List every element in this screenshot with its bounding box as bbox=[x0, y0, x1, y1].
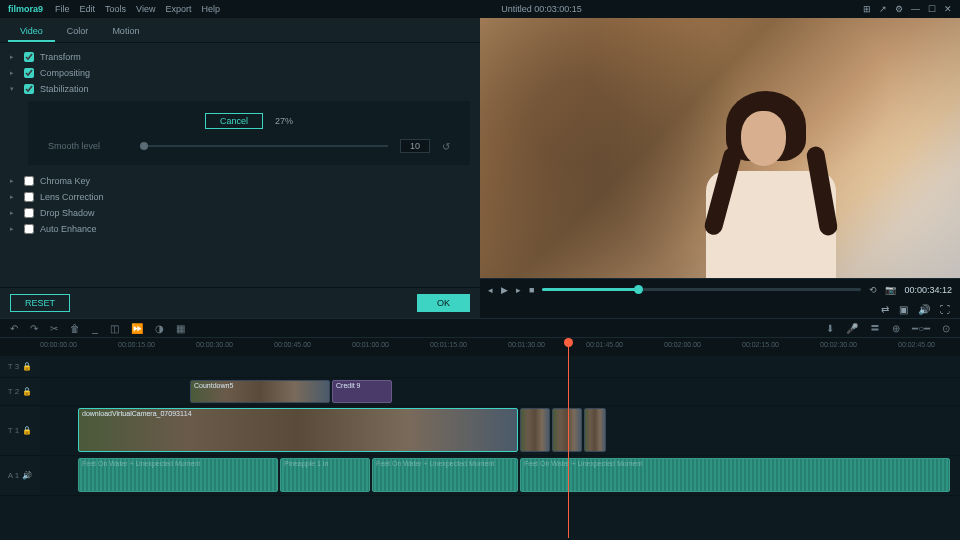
export-icon[interactable]: ↗ bbox=[879, 4, 887, 14]
undo-icon[interactable]: ↶ bbox=[10, 323, 18, 334]
fullscreen-icon[interactable]: ⛶ bbox=[940, 304, 950, 315]
panel-footer: RESET OK bbox=[0, 287, 480, 318]
lens-checkbox[interactable] bbox=[24, 192, 34, 202]
zoom-in-icon[interactable]: ⊙ bbox=[942, 323, 950, 334]
track-head-t3[interactable]: T 3🔒 bbox=[0, 356, 40, 377]
reset-smooth-icon[interactable]: ↺ bbox=[442, 141, 450, 152]
record-icon[interactable]: 🎤 bbox=[846, 323, 858, 334]
clip-video-2[interactable] bbox=[520, 408, 550, 452]
prop-drop-shadow[interactable]: ▸Drop Shadow bbox=[10, 205, 470, 221]
clip-video-3[interactable] bbox=[552, 408, 582, 452]
smooth-value-input[interactable]: 10 bbox=[400, 139, 430, 153]
tab-color[interactable]: Color bbox=[55, 22, 101, 42]
clip-audio-2[interactable]: Pineapple 1 in bbox=[280, 458, 370, 492]
prop-stabilization[interactable]: ▾Stabilization bbox=[10, 81, 470, 97]
next-frame-icon[interactable]: ▸ bbox=[516, 285, 521, 295]
volume-icon[interactable]: 🔊 bbox=[918, 304, 930, 315]
close-icon[interactable]: ✕ bbox=[944, 4, 952, 14]
progress-knob[interactable] bbox=[634, 285, 643, 294]
track-body[interactable] bbox=[40, 356, 960, 377]
clip-video-4[interactable] bbox=[584, 408, 606, 452]
ok-button[interactable]: OK bbox=[417, 294, 470, 312]
transform-checkbox[interactable] bbox=[24, 52, 34, 62]
crop-tool-icon[interactable]: ◫ bbox=[110, 323, 119, 334]
menu-export[interactable]: Export bbox=[165, 4, 191, 14]
quality-icon[interactable]: ⇄ bbox=[881, 304, 889, 315]
prop-compositing[interactable]: ▸Compositing bbox=[10, 65, 470, 81]
layout-icon[interactable]: ⊞ bbox=[863, 4, 871, 14]
loop-icon[interactable]: ⟲ bbox=[869, 285, 877, 295]
track-body[interactable]: Feet On Water + Unexpected Moment Pineap… bbox=[40, 456, 960, 495]
clip-credit[interactable]: Credit 9 bbox=[332, 380, 392, 403]
stop-icon[interactable]: ■ bbox=[529, 285, 534, 295]
minimize-icon[interactable]: — bbox=[911, 4, 920, 14]
delete-icon[interactable]: 🗑 bbox=[70, 323, 80, 334]
menu-file[interactable]: File bbox=[55, 4, 70, 14]
track-body[interactable]: Countdown5 Credit 9 bbox=[40, 378, 960, 405]
time-ruler[interactable]: 00:00:00.00 00:00:15.00 00:00:30.00 00:0… bbox=[0, 338, 960, 356]
ruler-tick: 00:02:45.00 bbox=[898, 341, 935, 348]
menu-view[interactable]: View bbox=[136, 4, 155, 14]
settings-icon[interactable]: ⚙ bbox=[895, 4, 903, 14]
chevron-right-icon: ▸ bbox=[10, 177, 18, 185]
mixer-icon[interactable]: 〓 bbox=[870, 321, 880, 335]
clip-main-video[interactable]: downloadVirtualCamera_07093114 bbox=[78, 408, 518, 452]
lock-icon[interactable]: 🔒 bbox=[22, 426, 32, 435]
compositing-label: Compositing bbox=[40, 68, 90, 78]
chroma-checkbox[interactable] bbox=[24, 176, 34, 186]
play-icon[interactable]: ▶ bbox=[501, 285, 508, 295]
menu-help[interactable]: Help bbox=[201, 4, 220, 14]
clip-audio-3[interactable]: Feet On Water + Unexpected Moment bbox=[372, 458, 518, 492]
enhance-label: Auto Enhance bbox=[40, 224, 97, 234]
speed-icon[interactable]: ⏩ bbox=[131, 323, 143, 334]
maximize-icon[interactable]: ☐ bbox=[928, 4, 936, 14]
track-head-t1[interactable]: T 1🔒 bbox=[0, 406, 40, 455]
slider-knob[interactable] bbox=[140, 142, 148, 150]
chevron-right-icon: ▸ bbox=[10, 69, 18, 77]
tab-video[interactable]: Video bbox=[8, 22, 55, 42]
effects-panel: Video Color Motion ▸Transform ▸Compositi… bbox=[0, 18, 480, 318]
prop-auto-enhance[interactable]: ▸Auto Enhance bbox=[10, 221, 470, 237]
smooth-slider[interactable] bbox=[140, 145, 388, 147]
video-preview[interactable] bbox=[480, 18, 960, 278]
mute-icon[interactable]: 🔊 bbox=[22, 471, 32, 480]
stabilization-checkbox[interactable] bbox=[24, 84, 34, 94]
track-head-a1[interactable]: A 1🔊 bbox=[0, 456, 40, 495]
crop-icon[interactable]: ▣ bbox=[899, 304, 908, 315]
prop-lens-correction[interactable]: ▸Lens Correction bbox=[10, 189, 470, 205]
prop-chroma-key[interactable]: ▸Chroma Key bbox=[10, 173, 470, 189]
lock-icon[interactable]: 🔒 bbox=[22, 362, 32, 371]
lens-label: Lens Correction bbox=[40, 192, 104, 202]
track-head-t2[interactable]: T 2🔒 bbox=[0, 378, 40, 405]
enhance-checkbox[interactable] bbox=[24, 224, 34, 234]
playhead[interactable] bbox=[568, 338, 569, 538]
marker-icon[interactable]: ⬇ bbox=[826, 323, 834, 334]
tab-motion[interactable]: Motion bbox=[100, 22, 151, 42]
clip-audio-4[interactable]: Feet On Water + Unexpected Moment bbox=[520, 458, 950, 492]
progress-bar[interactable] bbox=[542, 288, 861, 291]
menu-tools[interactable]: Tools bbox=[105, 4, 126, 14]
camera-icon[interactable]: 📷 bbox=[885, 285, 896, 295]
color-icon[interactable]: ◑ bbox=[155, 323, 164, 334]
track-body[interactable]: downloadVirtualCamera_07093114 bbox=[40, 406, 960, 455]
compositing-checkbox[interactable] bbox=[24, 68, 34, 78]
prop-transform[interactable]: ▸Transform bbox=[10, 49, 470, 65]
shadow-checkbox[interactable] bbox=[24, 208, 34, 218]
split-icon[interactable]: ⎯ bbox=[92, 323, 98, 334]
clip-countdown[interactable]: Countdown5 bbox=[190, 380, 330, 403]
green-screen-icon[interactable]: ▦ bbox=[176, 323, 185, 334]
cut-icon[interactable]: ✂ bbox=[50, 323, 58, 334]
cancel-button[interactable]: Cancel bbox=[205, 113, 263, 129]
ruler-tick: 00:01:00.00 bbox=[352, 341, 389, 348]
zoom-slider[interactable]: ━○━ bbox=[912, 323, 930, 334]
titlebar: filmora9 File Edit Tools View Export Hel… bbox=[0, 0, 960, 18]
ruler-tick: 00:00:00.00 bbox=[40, 341, 77, 348]
redo-icon[interactable]: ↷ bbox=[30, 323, 38, 334]
clip-audio-1[interactable]: Feet On Water + Unexpected Moment bbox=[78, 458, 278, 492]
menu-edit[interactable]: Edit bbox=[80, 4, 96, 14]
lock-icon[interactable]: 🔒 bbox=[22, 387, 32, 396]
prev-frame-icon[interactable]: ◂ bbox=[488, 285, 493, 295]
zoom-fit-icon[interactable]: ⊕ bbox=[892, 323, 900, 334]
reset-button[interactable]: RESET bbox=[10, 294, 70, 312]
track-label: T 3 bbox=[8, 362, 19, 371]
